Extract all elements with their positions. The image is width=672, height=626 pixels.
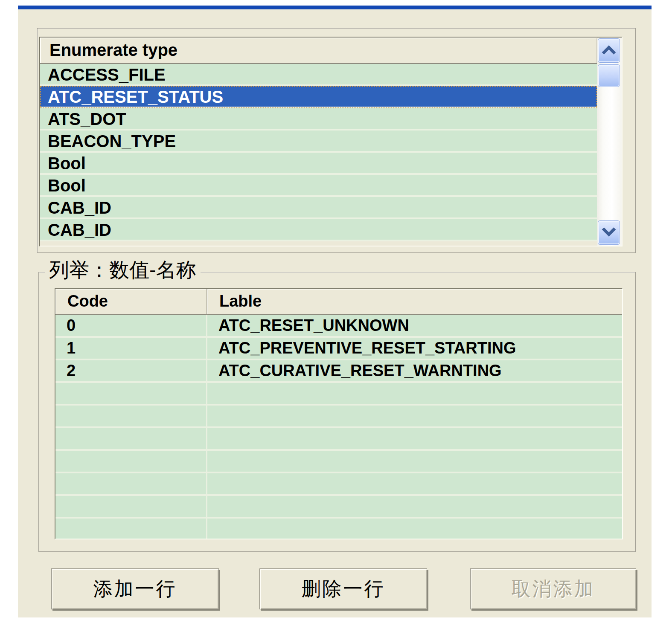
table-cell-lable[interactable]: ATC_PREVENTIVE_RESET_STARTING bbox=[207, 338, 622, 359]
enumerate-type-list[interactable]: Enumerate type ACCESS_FILEATC_RESET_STAT… bbox=[39, 37, 623, 246]
column-header-code[interactable]: Code bbox=[55, 289, 207, 315]
table-cell-code[interactable] bbox=[55, 473, 207, 494]
table-cell-lable[interactable] bbox=[207, 473, 622, 494]
list-item[interactable]: Bool bbox=[40, 153, 597, 175]
list-item[interactable]: ATS_DOT bbox=[40, 108, 597, 130]
table-cell-code[interactable] bbox=[55, 383, 207, 404]
enum-values-table[interactable]: Code Lable 0ATC_RESET_UNKNOWN1ATC_PREVEN… bbox=[55, 288, 623, 539]
table-cell-code[interactable] bbox=[55, 496, 207, 517]
list-item[interactable]: CAB_ID bbox=[40, 197, 597, 219]
table-cell-lable[interactable]: ATC_RESET_UNKNOWN bbox=[207, 315, 622, 336]
cancel-add-button: 取消添加 bbox=[470, 568, 636, 609]
chevron-up-icon bbox=[602, 43, 616, 58]
table-row[interactable] bbox=[55, 451, 622, 473]
table-cell-code[interactable]: 2 bbox=[55, 360, 207, 381]
list-item[interactable]: ACCESS_FILE bbox=[40, 64, 597, 86]
groupbox-label: 列举：数值-名称 bbox=[45, 256, 201, 284]
table-cell-code[interactable]: 1 bbox=[55, 338, 207, 359]
chevron-down-icon bbox=[602, 226, 616, 240]
table-cell-code[interactable]: 0 bbox=[55, 315, 207, 336]
table-cell-code[interactable] bbox=[55, 519, 207, 539]
vertical-scrollbar[interactable] bbox=[597, 38, 622, 246]
column-header-lable[interactable]: Lable bbox=[207, 289, 622, 315]
scroll-down-button[interactable] bbox=[598, 220, 620, 245]
table-row[interactable]: 2ATC_CURATIVE_RESET_WARNTING bbox=[55, 360, 622, 383]
list-item[interactable]: BEACON_TYPE bbox=[40, 130, 597, 153]
table-cell-code[interactable] bbox=[55, 406, 207, 426]
table-cell-lable[interactable] bbox=[207, 383, 622, 404]
delete-row-button[interactable]: 删除一行 bbox=[259, 568, 427, 609]
list-column-header-enumerate-type[interactable]: Enumerate type bbox=[40, 38, 597, 64]
table-row[interactable] bbox=[55, 519, 622, 539]
scroll-up-button[interactable] bbox=[598, 38, 620, 63]
list-item-selected[interactable]: ATC_RESET_STATUS bbox=[40, 86, 597, 108]
table-cell-lable[interactable] bbox=[207, 406, 622, 426]
table-row[interactable] bbox=[55, 383, 622, 406]
table-row[interactable] bbox=[55, 406, 622, 428]
top-accent-bar bbox=[18, 6, 652, 9]
add-row-button[interactable]: 添加一行 bbox=[51, 568, 219, 609]
scrollbar-thumb[interactable] bbox=[598, 64, 620, 87]
table-row[interactable] bbox=[55, 428, 622, 451]
list-item[interactable]: Bool bbox=[40, 175, 597, 197]
table-cell-lable[interactable]: ATC_CURATIVE_RESET_WARNTING bbox=[207, 360, 622, 381]
enum-values-groupbox: 列举：数值-名称 Code Lable 0ATC_RESET_UNKNOWN1A… bbox=[38, 272, 636, 552]
list-item[interactable]: CAB_ID bbox=[40, 219, 597, 241]
dialog-panel: Enumerate type ACCESS_FILEATC_RESET_STAT… bbox=[18, 9, 652, 617]
table-row[interactable]: 0ATC_RESET_UNKNOWN bbox=[55, 315, 622, 338]
table-cell-code[interactable] bbox=[55, 451, 207, 472]
list-body: ACCESS_FILEATC_RESET_STATUSATS_DOTBEACON… bbox=[40, 64, 597, 246]
table-cell-lable[interactable] bbox=[207, 519, 622, 539]
table-row[interactable]: 1ATC_PREVENTIVE_RESET_STARTING bbox=[55, 338, 622, 360]
table-body: 0ATC_RESET_UNKNOWN1ATC_PREVENTIVE_RESET_… bbox=[55, 315, 622, 539]
table-row[interactable] bbox=[55, 496, 622, 519]
table-cell-code[interactable] bbox=[55, 428, 207, 449]
table-cell-lable[interactable] bbox=[207, 451, 622, 472]
table-cell-lable[interactable] bbox=[207, 496, 622, 517]
table-row[interactable] bbox=[55, 473, 622, 496]
table-header-row: Code Lable bbox=[55, 289, 622, 315]
table-cell-lable[interactable] bbox=[207, 428, 622, 449]
